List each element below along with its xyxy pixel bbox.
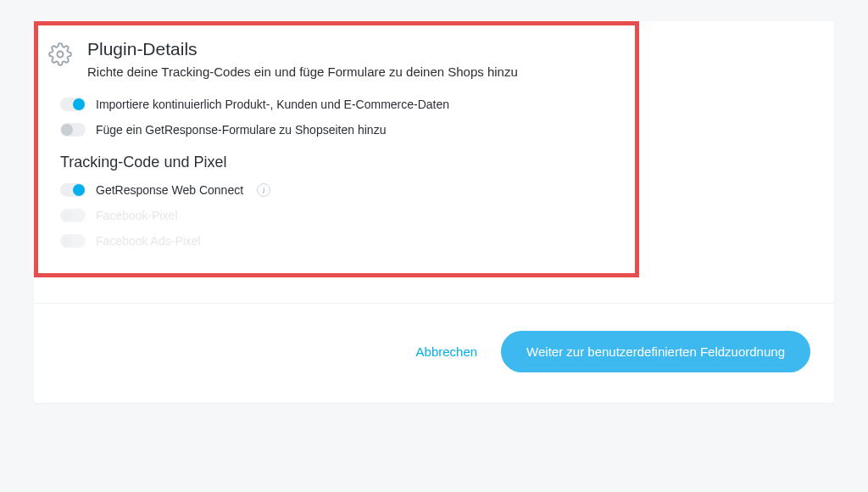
toggle-fbpixel-label: Facebook-Pixel [96,209,178,222]
gear-icon [48,42,72,70]
continue-button[interactable]: Weiter zur benutzerdefinierten Feldzuord… [501,331,810,372]
toggle-fbpixel-row: Facebook-Pixel [60,209,621,222]
page-title: Plugin-Details [87,39,518,59]
header-text: Plugin-Details Richte deine Tracking-Cod… [87,39,518,79]
toggle-forms[interactable] [60,123,86,137]
toggle-fbads [60,234,86,248]
toggle-webconnect[interactable] [60,183,86,197]
toggle-fbads-label: Facebook Ads-Pixel [96,234,201,248]
toggle-fbpixel [60,209,86,222]
cancel-button[interactable]: Abbrechen [416,344,478,359]
toggle-webconnect-row: GetResponse Web Connect i [60,183,621,197]
footer: Abbrechen Weiter zur benutzerdefinierten… [34,303,834,403]
toggle-import[interactable] [60,98,86,111]
toggle-forms-row: Füge ein GetResponse-Formulare zu Shopse… [60,123,621,137]
header-row: Plugin-Details Richte deine Tracking-Cod… [48,39,621,79]
highlight-box: Plugin-Details Richte deine Tracking-Cod… [34,21,639,277]
toggle-webconnect-label: GetResponse Web Connect [96,183,243,197]
toggle-import-row: Importiere kontinuierlich Produkt-, Kund… [60,98,621,111]
info-icon[interactable]: i [257,183,270,197]
tracking-section-heading: Tracking-Code und Pixel [60,154,621,171]
svg-point-0 [58,52,64,58]
settings-card: Plugin-Details Richte deine Tracking-Cod… [34,21,834,403]
page-subtitle: Richte deine Tracking-Codes ein und füge… [87,64,518,79]
toggle-forms-label: Füge ein GetResponse-Formulare zu Shopse… [96,123,386,137]
toggle-import-label: Importiere kontinuierlich Produkt-, Kund… [96,98,449,111]
toggle-fbads-row: Facebook Ads-Pixel [60,234,621,248]
